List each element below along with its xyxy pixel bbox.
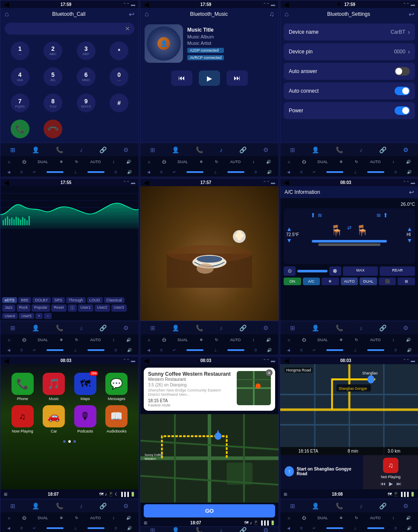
dial-2[interactable]: 2ABC [44, 41, 62, 60]
temp-up-arrow[interactable]: ▲ [286, 225, 299, 232]
ac-max-btn[interactable]: MAX [343, 266, 378, 276]
p9-3[interactable]: ↵ [313, 526, 316, 530]
vol-icon-3[interactable]: 🔊 [406, 160, 411, 164]
nav-go-button[interactable]: GO [144, 504, 275, 517]
home-ac-4[interactable]: ⌂ [8, 338, 10, 342]
nav-phone-8[interactable]: 📞 [196, 527, 203, 532]
eq-through[interactable]: Through [66, 297, 86, 303]
dial-7[interactable]: 7PQRS [11, 94, 29, 112]
power-6[interactable]: ⏻ [302, 338, 306, 342]
nav-phone-6[interactable]: 📞 [336, 324, 343, 331]
power-ac-icon[interactable]: ⏻ [22, 160, 26, 164]
back-arrow-9[interactable]: ◀ [284, 357, 289, 365]
snow-6[interactable]: ❄ [340, 338, 343, 342]
cn-grid-icon[interactable]: ⊞ [284, 492, 287, 497]
p9-sl[interactable] [326, 527, 343, 529]
home-7[interactable]: ⌂ [8, 516, 10, 520]
nav-grid-icon-s[interactable]: ⊞ [144, 520, 147, 525]
power-ac-4[interactable]: ⏻ [22, 338, 26, 342]
p6-6[interactable]: 🔊 [407, 348, 412, 352]
nav-grid-icon-4[interactable]: ⊞ [10, 324, 15, 331]
nav-phone-icon-3[interactable]: 📞 [336, 146, 343, 153]
back-arrow-6[interactable]: ◀ [284, 178, 289, 187]
nav-gear-5[interactable]: ⚙ [263, 324, 269, 331]
nav-gear-7[interactable]: ⚙ [123, 503, 129, 509]
nav-phone-icon-4[interactable]: 📞 [56, 324, 63, 331]
vol-7[interactable]: 🔊 [126, 516, 131, 520]
eq-minus[interactable]: − [44, 313, 51, 319]
p4-1[interactable]: ◀ [7, 348, 10, 352]
nav-user-9[interactable]: 👤 [312, 503, 319, 509]
acicon-7[interactable]: ↻ [75, 516, 78, 520]
nav-user-5[interactable]: 👤 [172, 324, 179, 331]
app-messages[interactable]: 💬 Messages [103, 373, 131, 401]
home-5[interactable]: ⌂ [148, 338, 150, 342]
clear-icon[interactable]: ✕ [125, 25, 130, 32]
back-arrow-8[interactable]: ◀ [144, 357, 149, 365]
nav-phone-icon-2[interactable]: 📞 [196, 146, 203, 153]
slider-left[interactable] [46, 171, 64, 173]
vol-9[interactable]: 🔊 [406, 516, 411, 520]
dial-9[interactable]: 9WXYZ [77, 94, 96, 112]
p7-sr[interactable] [87, 527, 104, 529]
ac-defrost2-btn[interactable]: ⬛ [379, 278, 396, 285]
eq-user2[interactable]: User2 [95, 304, 110, 312]
ac-ac-icon[interactable]: ↻ [75, 160, 78, 164]
dial-4[interactable]: 4GHI [11, 67, 29, 86]
ac-gear-btn[interactable]: ⚙ [284, 266, 296, 276]
nav-grid-5[interactable]: ⊞ [150, 324, 155, 331]
device-pin-row[interactable]: Device pin 0000 › [284, 43, 415, 60]
back-arrow-2[interactable]: ◀ [144, 0, 149, 9]
nav-music-7[interactable]: ♪ [80, 503, 83, 509]
eq-dolby[interactable]: DOLBY [32, 297, 51, 303]
note-icon-2[interactable]: ♫ [269, 10, 274, 18]
power-ac-icon-3[interactable]: ⏻ [302, 160, 306, 164]
slider-left-3[interactable] [326, 171, 343, 173]
home-6[interactable]: ⌂ [288, 338, 290, 342]
nav-music-icon[interactable]: ♪ [80, 146, 83, 153]
cn-play-btn[interactable]: ▶ [389, 481, 393, 487]
call-search-input[interactable] [9, 26, 125, 32]
back-icon-6[interactable]: ↩ [409, 189, 414, 196]
p5-sr[interactable] [227, 349, 244, 351]
call-button[interactable]: 📞 [11, 120, 29, 138]
back-arrow-4[interactable]: ◀ [4, 178, 9, 187]
auto-connect-toggle[interactable] [395, 87, 410, 95]
nav-link-6[interactable]: 🔗 [379, 324, 386, 331]
p6-sl[interactable] [326, 349, 343, 351]
nav-grid-6[interactable]: ⊞ [290, 324, 295, 331]
app-audiobooks[interactable]: 📖 Audiobooks [103, 405, 131, 433]
p4-sl[interactable] [46, 349, 64, 351]
nav-grid-7[interactable]: ⊞ [10, 503, 15, 509]
hi-down-arrow[interactable]: ▼ [406, 237, 412, 244]
back-icon-1[interactable]: ↩ [129, 10, 134, 18]
dial-1[interactable]: 1— [11, 41, 29, 60]
p7-1[interactable]: ◀ [7, 526, 10, 530]
back-arrow-3[interactable]: ◀ [284, 0, 289, 9]
nav-grid-8[interactable]: ⊞ [150, 527, 155, 532]
eq-jazz[interactable]: Jazz [2, 304, 15, 312]
nav-link-icon-2[interactable]: 🔗 [239, 146, 247, 153]
snowflake-icon-3[interactable]: ❄ [340, 160, 343, 164]
prev-icon-3[interactable]: ◀ [287, 170, 290, 174]
eq-info[interactable]: ⓘ [68, 304, 77, 312]
nav-gear-8[interactable]: ⚙ [263, 527, 269, 532]
fan-icon-2[interactable]: ↕ [253, 160, 255, 164]
p5-6[interactable]: 🔊 [267, 348, 272, 352]
nav-gear-icon-3[interactable]: ⚙ [403, 146, 409, 153]
acicon-5[interactable]: ↻ [215, 338, 218, 342]
nav-grid-icon[interactable]: ⊞ [10, 146, 15, 153]
end-call-button[interactable]: 📞 [44, 120, 62, 138]
p9-sr[interactable] [367, 527, 384, 529]
nav-grid-icon-3[interactable]: ⊞ [290, 146, 295, 153]
nav-phone-9[interactable]: 📞 [336, 503, 343, 509]
eq-user4[interactable]: User4 [2, 313, 17, 319]
dial-6[interactable]: 6MNO [77, 67, 96, 86]
auto-connect-row[interactable]: Auto connect [284, 82, 415, 99]
power-5[interactable]: ⏻ [162, 338, 166, 342]
carplay-grid-icon[interactable]: ⊞ [4, 492, 7, 497]
prev-icon[interactable]: ◀ [7, 170, 10, 174]
eq-classical[interactable]: Classical [104, 297, 125, 303]
eq-popular[interactable]: Popular [32, 304, 50, 312]
dial-hash[interactable]: # [110, 94, 128, 112]
